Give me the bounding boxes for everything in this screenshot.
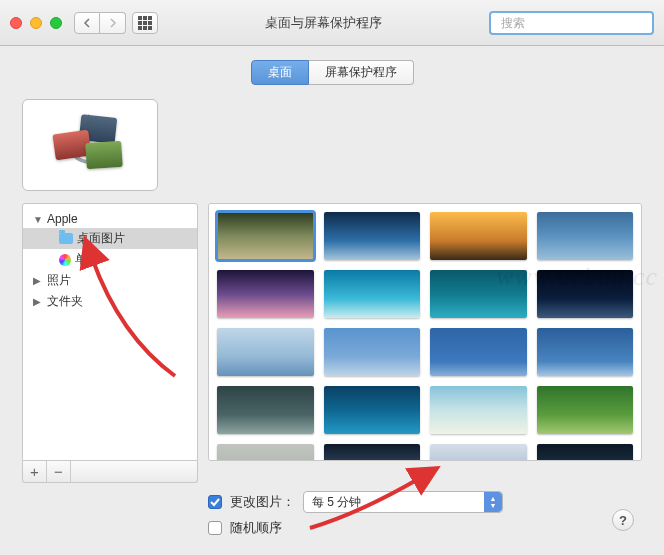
source-sidebar: ▼ Apple 桌面图片 单色 ▶ 照片 ▶ 文件夹 [22, 203, 198, 461]
wallpaper-thumb[interactable] [217, 386, 314, 434]
tab-desktop[interactable]: 桌面 [251, 60, 309, 85]
disclosure-right-icon: ▶ [33, 296, 43, 307]
sidebar-item-label: Apple [47, 212, 78, 226]
wallpaper-thumb[interactable] [217, 212, 314, 260]
sidebar-item-apple[interactable]: ▼ Apple [23, 210, 197, 228]
grid-icon [138, 16, 152, 30]
wallpaper-thumb[interactable] [430, 328, 527, 376]
folder-icon [59, 233, 73, 244]
sidebar-item-label: 文件夹 [47, 293, 83, 310]
minimize-window-button[interactable] [30, 17, 42, 29]
tab-bar: 桌面 屏幕保护程序 [22, 60, 642, 85]
zoom-window-button[interactable] [50, 17, 62, 29]
wallpaper-thumb[interactable] [324, 386, 421, 434]
change-picture-label: 更改图片： [230, 493, 295, 511]
sidebar-item-label: 单色 [75, 251, 99, 268]
sidebar-item-label: 桌面图片 [77, 230, 125, 247]
show-all-button[interactable] [132, 12, 158, 34]
wallpaper-preview [22, 99, 158, 191]
forward-button[interactable] [100, 12, 126, 34]
wallpaper-thumb[interactable] [324, 212, 421, 260]
wallpaper-thumb[interactable] [537, 212, 634, 260]
wallpaper-grid[interactable] [208, 203, 642, 461]
wallpaper-thumb[interactable] [430, 444, 527, 461]
wallpaper-thumb[interactable] [324, 328, 421, 376]
interval-value: 每 5 分钟 [312, 494, 361, 511]
random-order-checkbox[interactable] [208, 521, 222, 535]
sidebar-footer: + − [22, 461, 198, 483]
color-wheel-icon [59, 254, 71, 266]
disclosure-down-icon: ▼ [33, 214, 43, 225]
wallpaper-thumb[interactable] [430, 212, 527, 260]
change-picture-checkbox[interactable] [208, 495, 222, 509]
wallpaper-thumb[interactable] [217, 444, 314, 461]
titlebar: 桌面与屏幕保护程序 [0, 0, 664, 46]
select-stepper-icon: ▲▼ [484, 492, 502, 512]
wallpaper-thumb[interactable] [537, 386, 634, 434]
wallpaper-thumb[interactable] [430, 386, 527, 434]
wallpaper-thumb[interactable] [217, 328, 314, 376]
wallpaper-thumb[interactable] [324, 444, 421, 461]
wallpaper-thumb[interactable] [217, 270, 314, 318]
sidebar-item-folders[interactable]: ▶ 文件夹 [23, 291, 197, 312]
sidebar-item-solid-colors[interactable]: 单色 [23, 249, 197, 270]
preview-card-icon [85, 141, 123, 169]
random-order-label: 随机顺序 [230, 519, 282, 537]
nav-buttons [74, 12, 126, 34]
help-button[interactable]: ? [612, 509, 634, 531]
tab-screensaver[interactable]: 屏幕保护程序 [309, 60, 414, 85]
content-area: 桌面 屏幕保护程序 ▼ Apple 桌面图片 [0, 46, 664, 555]
window-title: 桌面与屏幕保护程序 [158, 14, 489, 32]
remove-folder-button[interactable]: − [47, 461, 71, 482]
add-folder-button[interactable]: + [23, 461, 47, 482]
options-panel: 更改图片： 每 5 分钟 ▲▼ 随机顺序 [208, 491, 642, 537]
sidebar-item-photos[interactable]: ▶ 照片 [23, 270, 197, 291]
wallpaper-thumb[interactable] [324, 270, 421, 318]
search-field[interactable] [489, 11, 654, 35]
watermark: www.ucbug.cc [496, 262, 658, 292]
interval-select[interactable]: 每 5 分钟 ▲▼ [303, 491, 503, 513]
disclosure-right-icon: ▶ [33, 275, 43, 286]
sidebar-item-desktop-pictures[interactable]: 桌面图片 [23, 228, 197, 249]
close-window-button[interactable] [10, 17, 22, 29]
wallpaper-thumb[interactable] [537, 328, 634, 376]
window-controls [10, 17, 62, 29]
back-button[interactable] [74, 12, 100, 34]
wallpaper-thumb[interactable] [537, 444, 634, 461]
search-input[interactable] [501, 16, 651, 30]
sidebar-item-label: 照片 [47, 272, 71, 289]
